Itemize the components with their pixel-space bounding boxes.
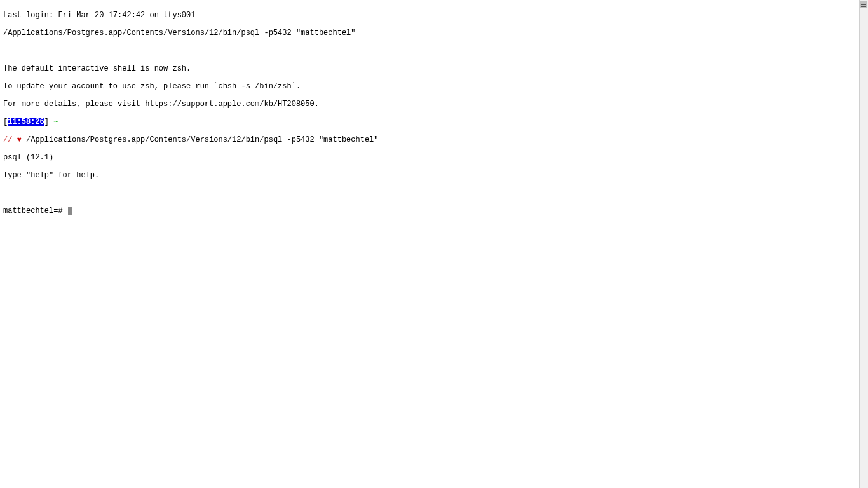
psql-help-line: Type "help" for help. <box>3 171 855 180</box>
prompt-tilde: ~ <box>53 118 58 126</box>
zsh-notice-line-3: For more details, please visit https://s… <box>3 100 855 109</box>
shell-prompt-line-2: // ♥ /Applications/Postgres.app/Contents… <box>3 135 855 144</box>
heart-icon: ♥ <box>17 135 22 144</box>
scrollbar-track[interactable] <box>859 0 868 488</box>
zsh-notice-line-2: To update your account to use zsh, pleas… <box>3 82 855 91</box>
blank-line-2 <box>3 189 855 198</box>
prompt-command: /Applications/Postgres.app/Contents/Vers… <box>22 135 379 144</box>
cursor-icon <box>68 207 72 215</box>
last-login-line: Last login: Fri Mar 20 17:42:42 on ttys0… <box>3 11 855 20</box>
terminal-output[interactable]: Last login: Fri Mar 20 17:42:42 on ttys0… <box>0 0 858 488</box>
zsh-notice-line-1: The default interactive shell is now zsh… <box>3 64 855 73</box>
command-line-1: /Applications/Postgres.app/Contents/Vers… <box>3 29 855 37</box>
shell-prompt-line: [11:58:26] ~ <box>3 118 855 126</box>
prompt-bracket-close: ] <box>44 118 53 126</box>
scrollbar-thumb[interactable] <box>860 1 867 8</box>
prompt-slashes: // <box>3 135 17 144</box>
psql-version-line: psql (12.1) <box>3 153 855 162</box>
psql-prompt-line[interactable]: mattbechtel=# <box>3 207 855 215</box>
prompt-timestamp: 11:58:26 <box>8 118 44 126</box>
blank-line <box>3 46 855 55</box>
psql-prompt-text: mattbechtel=# <box>3 207 67 215</box>
